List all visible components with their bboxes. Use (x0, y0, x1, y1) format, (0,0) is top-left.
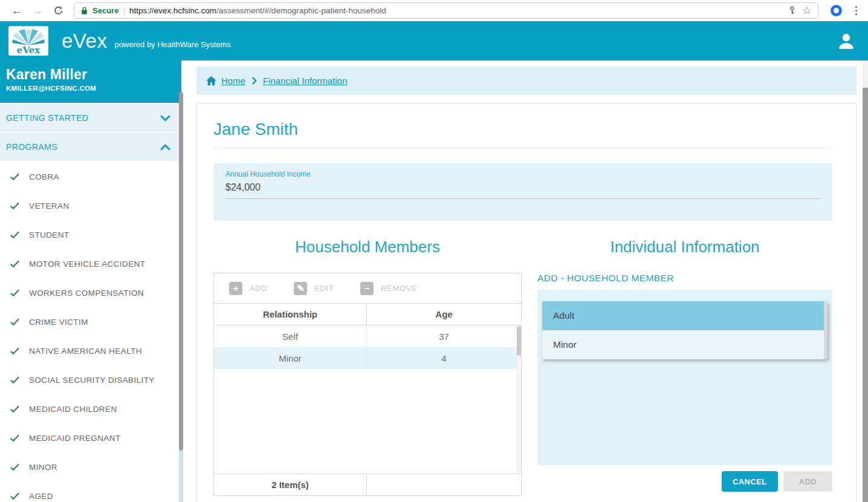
grid-edit-button[interactable]: ✎ EDIT (294, 282, 334, 295)
listbox-scrollbar[interactable] (824, 301, 828, 359)
sidebar-item-medicaid-pregnant[interactable]: MEDICAID PREGNANT (0, 423, 181, 452)
pencil-icon: ✎ (294, 282, 307, 295)
omnibox-divider: | (123, 6, 125, 16)
evex-logo: eVex (8, 26, 48, 56)
bookmark-star-icon[interactable]: ☆ (802, 4, 811, 17)
option-adult[interactable]: Adult (542, 301, 828, 330)
checkmark-icon (10, 492, 20, 500)
main-content: Home Financial Information Jane Smith An… (181, 60, 868, 502)
program-label: SOCIAL SECURITY DISABILITY (29, 376, 155, 385)
browser-back-button[interactable]: ← (8, 2, 25, 19)
sidebar-item-native-american-health[interactable]: NATIVE AMERICAN HEALTH (0, 336, 181, 365)
chevron-down-icon (160, 115, 170, 122)
remove-label: REMOVE (381, 284, 417, 293)
checkmark-icon (10, 463, 20, 471)
sidebar-scrollbar[interactable] (179, 60, 183, 502)
income-panel: Annual Household Income $24,000 (213, 163, 832, 221)
checkmark-icon (10, 172, 20, 181)
url-path: /assessment/#/demographic-patient-househ… (216, 6, 386, 15)
individual-information-title: Individual Information (537, 238, 832, 256)
app-name: eVex (62, 31, 107, 51)
patient-name: Jane Smith (213, 120, 832, 139)
browser-menu-icon[interactable] (850, 4, 863, 18)
plus-icon: + (229, 282, 242, 295)
url-text[interactable]: https://evex.hcfsinc.com/assessment/#/de… (129, 6, 784, 15)
checkmark-icon (10, 259, 20, 268)
grid-header-row: Relationship Age (214, 304, 521, 325)
checkmark-icon (10, 434, 20, 442)
password-key-icon[interactable] (788, 6, 796, 15)
sidebar-item-medicaid-children[interactable]: MEDICAID CHILDREN (0, 394, 181, 423)
cell-relationship: Minor (214, 347, 367, 369)
grid-scrollbar[interactable] (517, 325, 521, 474)
section-label: PROGRAMS (6, 142, 57, 152)
checkmark-icon (10, 230, 20, 239)
checkmark-icon (10, 318, 20, 326)
add-member-panel: Adult Minor (537, 290, 832, 465)
browser-reload-button[interactable] (50, 2, 66, 19)
user-profile-icon[interactable] (835, 31, 857, 51)
option-minor[interactable]: Minor (542, 330, 828, 359)
breadcrumb-separator-icon (251, 77, 257, 85)
browser-forward-button[interactable]: → (29, 2, 46, 19)
sidebar-item-cobra[interactable]: COBRA (0, 162, 181, 191)
program-label: MEDICAID PREGNANT (29, 434, 121, 443)
page-scrollbar-thumb[interactable] (863, 88, 868, 502)
grid-toolbar: + ADD ✎ EDIT − REMOVE (214, 273, 521, 304)
program-label: MOTOR VEHICLE ACCIDENT (29, 259, 145, 269)
sidebar-item-aged[interactable]: AGED (0, 481, 181, 502)
user-email: KMILLER@HCFSINC.COM (6, 85, 181, 92)
add-button[interactable]: ADD (783, 471, 832, 492)
breadcrumb-financial-information-link[interactable]: Financial Information (263, 76, 347, 86)
checkmark-icon (10, 376, 20, 384)
table-row[interactable]: Minor 4 (214, 347, 521, 369)
assessment-card: Jane Smith Annual Household Income $24,0… (196, 103, 857, 502)
household-members-grid: + ADD ✎ EDIT − REMOVE (213, 273, 522, 496)
logo-wordmark: eVex (17, 46, 40, 54)
column-header-relationship[interactable]: Relationship (214, 304, 367, 325)
sidebar-scrollbar-thumb[interactable] (179, 92, 183, 451)
user-name: Karen Miller (6, 67, 181, 83)
program-list: COBRA VETERAN STUDENT MOTOR VEHICLE ACCI… (0, 161, 181, 502)
grid-footer-row: 2 Item(s) (214, 474, 521, 495)
grid-scrollbar-thumb[interactable] (517, 327, 521, 356)
sidebar-item-veteran[interactable]: VETERAN (0, 191, 181, 220)
table-row[interactable]: Self 37 (214, 325, 521, 347)
program-label: AGED (29, 492, 53, 501)
sidebar-item-minor[interactable]: MINOR (0, 452, 181, 481)
sidebar-item-workers-compensation[interactable]: WORKERS COMPENSATION (0, 278, 181, 307)
cell-relationship: Self (214, 325, 367, 347)
secure-label: Secure (92, 6, 118, 15)
add-label: ADD (250, 284, 267, 293)
breadcrumb-home-link[interactable]: Home (206, 76, 245, 86)
breadcrumb-home-label: Home (221, 76, 245, 86)
sidebar-item-student[interactable]: STUDENT (0, 220, 181, 249)
cancel-button[interactable]: CANCEL (722, 471, 778, 492)
program-label: MINOR (29, 463, 57, 472)
checkmark-icon (10, 405, 20, 413)
cell-age: 4 (367, 347, 521, 369)
sidebar-item-crime-victim[interactable]: CRIME VICTIM (0, 307, 181, 336)
program-label: NATIVE AMERICAN HEALTH (29, 347, 142, 356)
checkmark-icon (10, 288, 20, 297)
secure-lock-icon (80, 6, 88, 15)
sidebar-section-getting-started[interactable]: GETTING STARTED (0, 104, 181, 132)
add-household-member-label: ADD - HOUSEHOLD MEMBER (537, 273, 832, 284)
url-host: https://evex.hcfsinc.com (129, 6, 216, 15)
income-input[interactable]: $24,000 (225, 182, 820, 199)
grid-add-button[interactable]: + ADD (229, 282, 267, 295)
column-header-age[interactable]: Age (367, 304, 521, 325)
application-window: ← → Secure | https://evex.hcfsinc.com/as… (0, 0, 868, 502)
page-scrollbar[interactable] (863, 60, 868, 502)
sidebar-section-programs[interactable]: PROGRAMS (0, 133, 181, 161)
sidebar-user-panel: Karen Miller KMILLER@HCFSINC.COM (0, 60, 181, 103)
sidebar-item-motor-vehicle-accident[interactable]: MOTOR VEHICLE ACCIDENT (0, 249, 181, 278)
sidebar-item-social-security-disability[interactable]: SOCIAL SECURITY DISABILITY (0, 365, 181, 394)
browser-toolbar: ← → Secure | https://evex.hcfsinc.com/as… (0, 0, 868, 21)
grid-remove-button[interactable]: − REMOVE (360, 282, 417, 295)
checkmark-icon (10, 347, 20, 355)
section-label: GETTING STARTED (6, 113, 88, 123)
browser-extension-icon[interactable] (831, 5, 842, 16)
address-bar[interactable]: Secure | https://evex.hcfsinc.com/assess… (74, 2, 818, 19)
edit-label: EDIT (314, 284, 334, 293)
